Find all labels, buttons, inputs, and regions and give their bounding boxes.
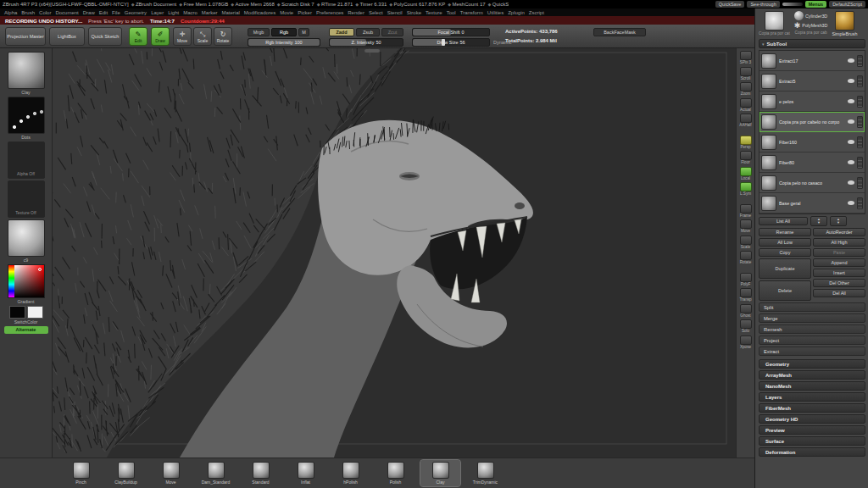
viewport-control[interactable]: Scale [737, 236, 754, 250]
menu-item[interactable]: Stencil [387, 10, 403, 15]
viewport-control[interactable]: L.Sym [737, 182, 754, 197]
current-texture[interactable]: Texture Off [8, 180, 45, 218]
menu-item[interactable]: Alpha [4, 10, 17, 15]
brush-tray-item[interactable]: TrimDynamic [465, 460, 505, 486]
visibility-eye-icon[interactable] [848, 58, 854, 63]
menu-item[interactable]: Select [369, 10, 383, 15]
material-sphere-icon[interactable] [8, 219, 45, 257]
tool-subpalette-bar[interactable]: Surface [759, 436, 865, 446]
menu-item[interactable]: Zscript [529, 10, 544, 15]
subtool-row[interactable]: Base geral [760, 193, 865, 214]
viewport-control[interactable]: Ghost [737, 304, 754, 319]
secondary-color-swatch[interactable] [27, 306, 43, 319]
menu-item[interactable]: Geometry [125, 10, 147, 15]
saturation-value-square[interactable] [14, 265, 44, 297]
insert-button[interactable]: Insert [813, 269, 865, 277]
see-through-slider[interactable] [782, 3, 803, 6]
tool-subpalette-bar[interactable]: FiberMesh [759, 403, 865, 413]
subtool-mini-buttons[interactable] [857, 136, 863, 148]
viewport-control[interactable]: Frame [737, 204, 754, 219]
texture-thumbnail-icon[interactable]: Texture Off [8, 180, 45, 218]
switch-color-label[interactable]: SwitchColor [14, 319, 38, 324]
menu-item[interactable]: Brush [21, 10, 35, 15]
subtool-mini-buttons[interactable] [857, 157, 863, 169]
subtool-mini-buttons[interactable] [857, 116, 863, 128]
subtool-mini-buttons[interactable] [857, 177, 863, 189]
gradient-label[interactable]: Gradient [18, 299, 35, 304]
tool-subpalette-bar[interactable]: Geometry [759, 359, 865, 369]
rgb-button[interactable]: Rgb [271, 28, 297, 36]
menu-item[interactable]: Edit [99, 10, 108, 15]
viewport-control[interactable]: SPix 3 [737, 51, 754, 65]
subtool-move-top-bottom-button[interactable]: ▲ ▼ [830, 216, 847, 226]
menu-item[interactable]: Marker [202, 10, 218, 15]
subtool-row[interactable]: Copia pelo no casaco [760, 173, 865, 193]
visibility-eye-icon[interactable] [848, 180, 854, 185]
current-brush[interactable]: Clay [8, 52, 45, 95]
color-picker[interactable]: Gradient [8, 264, 45, 304]
del-other-button[interactable]: Del Other [813, 279, 865, 287]
sculpt-viewport[interactable] [53, 48, 736, 458]
visibility-eye-icon[interactable] [848, 119, 854, 124]
menu-item[interactable]: Color [39, 10, 51, 15]
subtool-row[interactable]: e pelos [760, 92, 865, 112]
subtool-section-header[interactable]: ▾ SubTool [759, 39, 865, 48]
viewport-control[interactable]: Persp [737, 136, 754, 150]
tool-subpalette-bar[interactable]: Preview [759, 425, 865, 435]
simplebrush-tool[interactable]: SimpleBrush [832, 11, 857, 36]
draw-mode-button[interactable]: ✐ Draw [151, 27, 170, 46]
brush-tray-item[interactable]: hPolish [331, 460, 370, 486]
visibility-eye-icon[interactable] [848, 99, 854, 103]
subtool-row[interactable]: Extract5 [760, 71, 865, 92]
cylinder3d-tool[interactable]: Cylinder3D [794, 11, 827, 20]
viewport-control[interactable]: Local [737, 167, 754, 181]
rename-button[interactable]: Rename [759, 228, 811, 236]
menu-item[interactable]: Preferences [316, 10, 343, 15]
focal-shift-slider[interactable]: Focal Shift0 [412, 28, 490, 36]
visibility-eye-icon[interactable] [848, 140, 854, 144]
stroke-thumbnail-icon[interactable] [8, 97, 45, 134]
current-tool[interactable]: Copia pra por cat [759, 11, 790, 36]
viewport-control[interactable]: Move [737, 219, 754, 234]
zadd-button[interactable]: Zadd [329, 28, 354, 36]
menu-item[interactable]: Material [222, 10, 240, 15]
menu-item[interactable]: Tool [447, 10, 456, 15]
menu-item[interactable]: Document [55, 10, 78, 15]
brush-tray-item[interactable]: Standard [241, 460, 281, 486]
viewport-control[interactable]: Scroll [737, 67, 754, 81]
polymesh3d-tool[interactable]: ✱ PolyMesh3D [794, 21, 828, 30]
subtool-subsection-bar[interactable]: Remesh [759, 324, 865, 334]
subtool-subsection-bar[interactable]: Extract [759, 347, 865, 356]
menu-item[interactable]: Macro [183, 10, 198, 15]
m-button[interactable]: M [298, 28, 309, 36]
tool-subpalette-bar[interactable]: NanoMesh [759, 381, 865, 391]
current-alpha[interactable]: Alpha Off [8, 141, 45, 179]
menu-item[interactable]: Layer [151, 10, 164, 15]
menu-item[interactable]: Light [168, 10, 179, 15]
viewport-control[interactable]: AAHalf [737, 114, 754, 128]
alpha-thumbnail-icon[interactable]: Alpha Off [8, 141, 45, 179]
brush-tray-item[interactable]: Move [151, 460, 191, 486]
subtool-row[interactable]: Fiber80 [760, 152, 865, 173]
menu-item[interactable]: Modificadores [244, 10, 275, 15]
viewport-control[interactable]: Solo [737, 319, 754, 334]
brush-tray-item[interactable]: Dam_Standard [196, 460, 236, 486]
hue-strip[interactable] [8, 265, 14, 297]
duplicate-button[interactable]: Duplicate [759, 258, 811, 279]
viewport-control[interactable]: Floor [737, 151, 754, 165]
menu-item[interactable]: Utilities [487, 10, 504, 15]
menu-item[interactable]: Draw [83, 10, 95, 15]
menu-item[interactable]: Stroke [407, 10, 421, 15]
subtool-subsection-bar[interactable]: Split [759, 302, 865, 312]
tool-subpalette-bar[interactable]: ArrayMesh [759, 370, 865, 380]
z-intensity-slider[interactable]: Z. Intensity50 [329, 38, 403, 47]
zcut-button[interactable]: Zcut [381, 28, 403, 36]
menu-item[interactable]: Transform [460, 10, 483, 15]
subtool-row[interactable]: Extract17 [760, 51, 865, 71]
menu-item[interactable]: Picker [298, 10, 312, 15]
brush-tray-item[interactable]: Polish [376, 460, 415, 486]
del-all-button[interactable]: Del All [813, 289, 865, 297]
tool-subpalette-bar[interactable]: Layers [759, 392, 865, 402]
append-button[interactable]: Append [813, 258, 865, 267]
zsub-button[interactable]: Zsub [356, 28, 380, 36]
